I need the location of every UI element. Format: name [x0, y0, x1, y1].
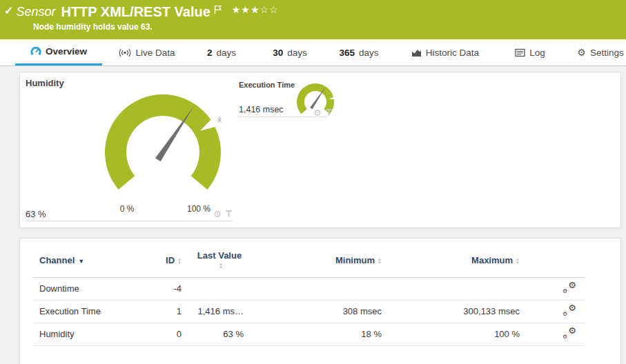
stars-filled: ★★★ — [232, 4, 260, 15]
channel-minimum: 18 % — [246, 323, 384, 345]
channel-id: 1 — [164, 300, 184, 323]
sort-icon: ▲▼ — [219, 263, 223, 270]
table-row[interactable]: Downtime -4 ⚙⚙ — [32, 277, 585, 300]
channel-last-value: 63 % — [184, 323, 246, 345]
svg-text:x̄: x̄ — [217, 115, 222, 123]
humidity-gauge-title: Humidity — [26, 78, 64, 88]
channels-panel: Channel▼ ID▲▼ Last Value▲▼ Minimum▲▼ Max… — [19, 238, 621, 364]
gauge-settings-gear-icon[interactable]: ⚙ — [213, 210, 222, 219]
humidity-gauge-min-label: 0 % — [117, 204, 137, 214]
channel-maximum — [384, 277, 522, 300]
channel-id: -4 — [164, 277, 184, 300]
status-ok-check-icon: ✓ — [4, 3, 13, 19]
channel-last-value: 1,416 ms… — [184, 300, 246, 323]
humidity-current-value: 63 % — [26, 209, 46, 219]
table-header-row: Channel▼ ID▲▼ Last Value▲▼ Minimum▲▼ Max… — [32, 244, 585, 277]
sensor-title: HTTP XML/REST Value — [61, 3, 210, 20]
pin-icon[interactable] — [225, 208, 233, 221]
sort-desc-icon: ▼ — [78, 258, 84, 265]
exec-panel-divider — [239, 117, 327, 117]
col-header-id[interactable]: ID▲▼ — [164, 244, 184, 277]
pin-icon[interactable] — [325, 107, 333, 119]
channel-settings-icon[interactable]: ⚙⚙ — [563, 282, 576, 293]
tab-365-days[interactable]: 365days — [331, 39, 387, 65]
sensor-header: ✓ Sensor HTTP XML/REST Value ★★★☆☆ Node … — [0, 0, 626, 39]
col-header-channel[interactable]: Channel▼ — [32, 244, 164, 277]
channel-settings-icon[interactable]: ⚙⚙ — [563, 305, 576, 316]
channel-table: Channel▼ ID▲▼ Last Value▲▼ Minimum▲▼ Max… — [32, 244, 585, 346]
channel-name[interactable]: Humidity — [32, 323, 164, 345]
log-icon — [515, 48, 525, 57]
col-header-actions — [522, 244, 585, 277]
col-header-maximum[interactable]: Maximum▲▼ — [384, 244, 522, 277]
area-chart-icon — [411, 48, 422, 57]
humidity-gauge-max-label: 100 % — [184, 204, 214, 214]
tab-settings[interactable]: ⚙ Settings — [574, 39, 626, 65]
tab-2-days[interactable]: 2days — [200, 39, 243, 65]
priority-stars[interactable]: ★★★☆☆ — [232, 4, 279, 15]
channel-last-value — [184, 277, 246, 300]
prtg-sensor-page: ✓ Sensor HTTP XML/REST Value ★★★☆☆ Node … — [0, 0, 626, 364]
col-header-minimum[interactable]: Minimum▲▼ — [246, 244, 384, 277]
humidity-gauge: x̄ — [97, 83, 242, 212]
exec-time-current-value: 1,416 msec — [239, 105, 284, 114]
channel-name[interactable]: Downtime — [32, 277, 164, 300]
tab-bar: Overview Live Data 2days 30days 365days … — [0, 39, 626, 66]
priority-flag-icon[interactable] — [214, 5, 222, 17]
channel-minimum — [246, 277, 384, 300]
tab-overview[interactable]: Overview — [15, 39, 102, 65]
exec-panel-controls: ⚙ — [313, 107, 333, 119]
channel-maximum: 100 % — [384, 323, 522, 345]
tab-log[interactable]: Log — [512, 39, 548, 65]
sort-icon: ▲▼ — [516, 258, 520, 265]
stars-empty: ☆☆ — [260, 4, 278, 15]
channel-id: 0 — [164, 323, 184, 345]
sort-icon: ▲▼ — [177, 258, 182, 265]
humidity-panel-controls: ⚙ — [213, 208, 233, 221]
sensor-status-message: Node humidity holds value 63. — [0, 22, 626, 32]
table-row[interactable]: Execution Time 1 1,416 ms… 308 msec 300,… — [32, 300, 585, 323]
sensor-kind-label: Sensor — [16, 3, 55, 20]
tab-30-days[interactable]: 30days — [266, 39, 314, 65]
broadcast-icon — [119, 48, 131, 57]
gauges-panel: Humidity x̄ 0 % 100 % 63 % ⚙ Execution T… — [19, 72, 621, 228]
channel-settings-icon[interactable]: ⚙⚙ — [563, 327, 576, 338]
sort-icon: ▲▼ — [378, 258, 382, 265]
humidity-panel-divider — [26, 221, 233, 221]
gauge-icon — [30, 46, 41, 57]
channel-minimum: 308 msec — [246, 300, 384, 323]
channel-maximum: 300,133 msec — [384, 300, 522, 323]
gear-icon: ⚙ — [577, 48, 586, 57]
table-row[interactable]: Humidity 0 63 % 18 % 100 % ⚙⚙ — [32, 323, 585, 345]
exec-time-gauge-title: Execution Time — [239, 81, 295, 89]
tab-live-data[interactable]: Live Data — [110, 39, 184, 65]
channel-name[interactable]: Execution Time — [32, 300, 164, 323]
tab-historic-data[interactable]: Historic Data — [406, 39, 485, 65]
col-header-last-value[interactable]: Last Value▲▼ — [184, 244, 246, 277]
